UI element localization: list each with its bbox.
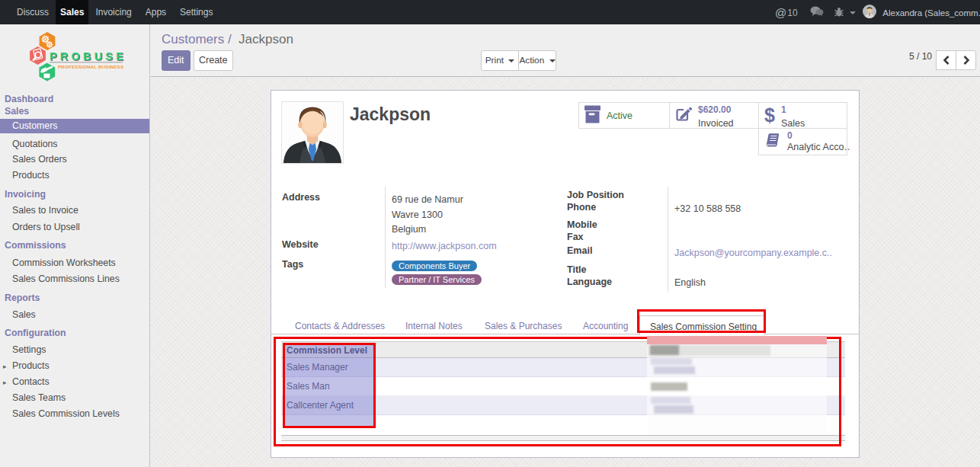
svg-text:PROBUSE: PROBUSE: [50, 50, 127, 62]
svg-text:PROFESSIONAL BUSINESS: PROFESSIONAL BUSINESS: [58, 64, 123, 69]
